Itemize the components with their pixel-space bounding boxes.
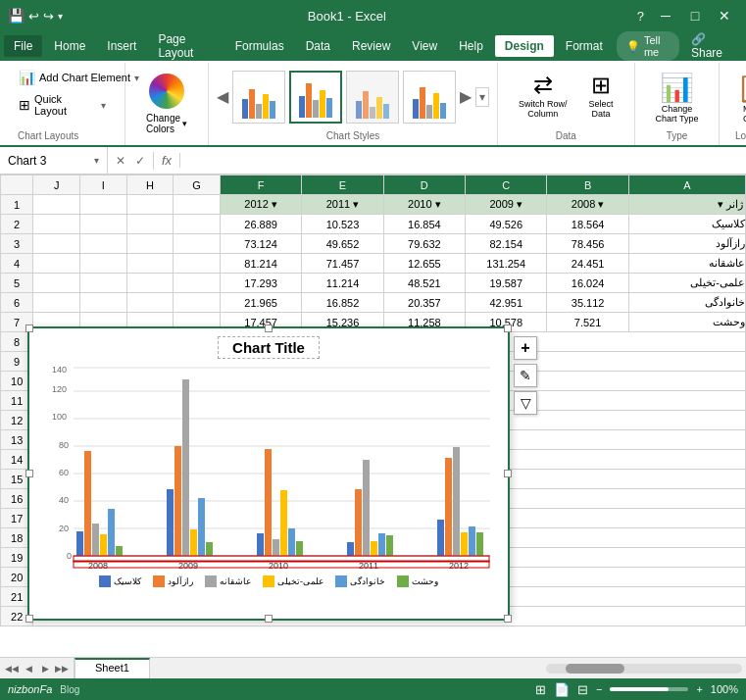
chart-style-1[interactable]: [232, 71, 285, 124]
row-header[interactable]: 3: [1, 234, 33, 254]
row-header[interactable]: 4: [1, 254, 33, 274]
formula-cancel-btn[interactable]: ✕: [112, 152, 129, 170]
menu-page-layout[interactable]: Page Layout: [148, 28, 223, 64]
change-chart-type-btn[interactable]: 📊 ChangeChart Type: [647, 67, 708, 128]
menu-format[interactable]: Format: [556, 35, 613, 57]
tell-me-box[interactable]: 💡Tell me: [617, 31, 679, 61]
table-row: 3 73.124 49.652 79.632 82.154 78.456 راز…: [1, 234, 746, 254]
chart-style-prev-btn[interactable]: ◀: [217, 87, 228, 106]
name-box[interactable]: Chart 3 ▾: [0, 147, 108, 174]
row-header[interactable]: 2: [1, 215, 33, 234]
col-header-E[interactable]: E: [302, 175, 383, 195]
row-header[interactable]: 1: [1, 195, 33, 215]
col-header-C[interactable]: C: [466, 175, 547, 195]
col-header-I[interactable]: I: [79, 175, 126, 195]
h-scrollbar[interactable]: [542, 658, 746, 678]
formula-input[interactable]: [180, 154, 746, 168]
menu-home[interactable]: Home: [44, 35, 95, 57]
chart-paint-btn[interactable]: ✎: [514, 364, 537, 387]
sheet-tab-sheet1[interactable]: Sheet1: [75, 658, 150, 678]
col-header-J[interactable]: J: [33, 175, 80, 195]
menu-file[interactable]: File: [4, 35, 42, 57]
col-header-F[interactable]: F: [220, 175, 301, 195]
table-row: 4 81.214 71.457 12.655 131.254 24.451 عا…: [1, 254, 746, 274]
cell-a1[interactable]: ژانر ▾: [628, 195, 745, 215]
resize-mr[interactable]: [504, 470, 512, 477]
svg-rect-32: [265, 449, 272, 556]
maximize-btn[interactable]: □: [681, 2, 709, 29]
legend-vahshat: وحشت: [397, 575, 438, 587]
formula-confirm-btn[interactable]: ✓: [131, 152, 149, 170]
zoom-slider[interactable]: [610, 687, 688, 691]
cell-e1[interactable]: 2011 ▾: [302, 195, 383, 215]
zoom-level: 100%: [711, 683, 738, 695]
move-chart-btn[interactable]: 📋 MoveChart: [727, 67, 746, 128]
zoom-out-btn[interactable]: −: [596, 683, 602, 695]
chart-container[interactable]: Chart Title 0 20 40 60 80 100 120 140: [27, 326, 510, 621]
zoom-in-btn[interactable]: +: [696, 683, 702, 695]
resize-tm[interactable]: [265, 325, 273, 332]
resize-br[interactable]: [504, 615, 512, 623]
view-normal-btn[interactable]: ⊞: [535, 682, 546, 697]
cell-b1[interactable]: 2008 ▾: [547, 195, 628, 215]
resize-bm[interactable]: [265, 615, 273, 623]
save-icon[interactable]: 💾: [8, 8, 25, 24]
resize-tl[interactable]: [25, 325, 33, 332]
redo-icon[interactable]: ↪: [43, 9, 54, 24]
row-header[interactable]: 6: [1, 293, 33, 313]
svg-text:100: 100: [52, 412, 67, 422]
menu-review[interactable]: Review: [342, 35, 400, 57]
change-colors-btn[interactable]: Change Colors ▾: [137, 67, 196, 139]
cell-c1[interactable]: 2009 ▾: [466, 195, 547, 215]
view-break-btn[interactable]: ⊟: [577, 682, 588, 697]
help-icon[interactable]: ?: [631, 7, 650, 25]
chart-style-3[interactable]: [346, 71, 399, 124]
chart-filter-btn[interactable]: ▽: [514, 391, 537, 415]
row-header[interactable]: 5: [1, 274, 33, 293]
menu-design[interactable]: Design: [495, 35, 554, 57]
cell-h1[interactable]: [126, 195, 174, 215]
fx-label: fx: [154, 153, 180, 168]
cell-j1[interactable]: [33, 195, 80, 215]
chart-title-text[interactable]: Chart Title: [218, 336, 320, 359]
menu-help[interactable]: Help: [449, 35, 493, 57]
col-header-G[interactable]: G: [174, 175, 221, 195]
col-header-D[interactable]: D: [383, 175, 465, 195]
view-layout-btn[interactable]: 📄: [554, 682, 570, 697]
cell-i1[interactable]: [79, 195, 126, 215]
menu-data[interactable]: Data: [296, 35, 340, 57]
undo-icon[interactable]: ↩: [28, 9, 39, 24]
share-btn[interactable]: 🔗 Share: [681, 29, 742, 63]
switch-icon: ⇄: [533, 72, 553, 99]
menu-view[interactable]: View: [402, 35, 447, 57]
chart-style-next-btn[interactable]: ▶: [460, 87, 472, 106]
select-data-btn[interactable]: ⊞ SelectData: [580, 67, 622, 124]
minimize-btn[interactable]: ─: [652, 2, 679, 29]
menu-insert[interactable]: Insert: [97, 35, 146, 57]
close-btn[interactable]: ✕: [711, 2, 738, 29]
svg-text:0: 0: [67, 551, 72, 561]
chart-style-more-btn[interactable]: ▾: [475, 87, 489, 107]
chart-add-btn[interactable]: +: [514, 336, 537, 360]
resize-bl[interactable]: [25, 615, 33, 623]
chart-style-2[interactable]: [289, 71, 342, 124]
menu-formulas[interactable]: Formulas: [225, 35, 294, 57]
chart-layouts-label: Chart Layouts: [12, 126, 78, 145]
col-header-H[interactable]: H: [126, 175, 174, 195]
cell-d1[interactable]: 2010 ▾: [383, 195, 465, 215]
sheet-nav-prev[interactable]: ◀: [21, 661, 36, 676]
chart-style-4[interactable]: [403, 71, 456, 124]
quick-access-dropdown[interactable]: ▾: [58, 11, 63, 22]
quick-layout-btn[interactable]: ⊞ Quick Layout ▾: [12, 90, 113, 120]
sheet-nav-first[interactable]: ◀◀: [4, 661, 20, 676]
switch-row-col-btn[interactable]: ⇄ Switch Row/Column: [510, 67, 576, 124]
col-header-B[interactable]: B: [547, 175, 628, 195]
resize-ml[interactable]: [25, 470, 33, 477]
sheet-nav-last[interactable]: ▶▶: [54, 661, 70, 676]
resize-tr[interactable]: [504, 325, 512, 332]
chart-title-area: Chart Title: [29, 328, 508, 363]
col-header-A[interactable]: A: [628, 175, 745, 195]
sheet-nav-next[interactable]: ▶: [37, 661, 53, 676]
cell-f1[interactable]: 2012 ▾: [220, 195, 301, 215]
cell-g1[interactable]: [174, 195, 221, 215]
